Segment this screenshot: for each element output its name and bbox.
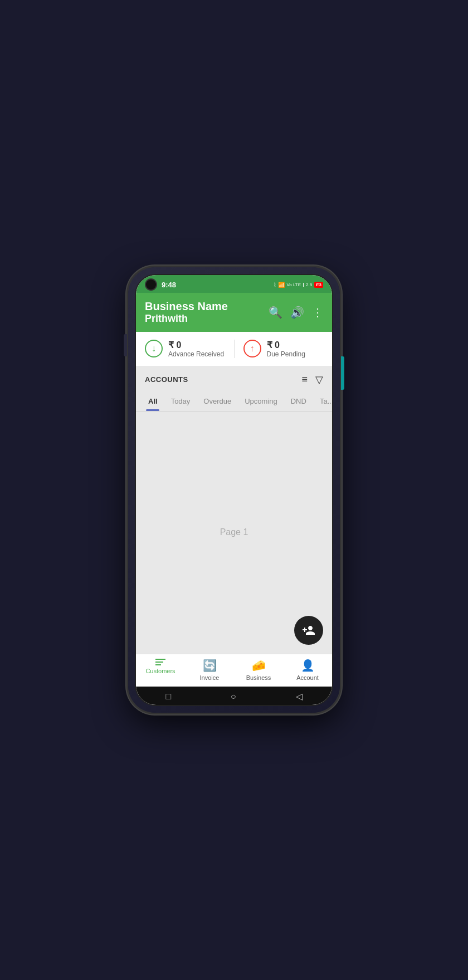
nav-business[interactable]: 🧀 Business (242, 659, 275, 681)
bottom-nav: Customers 🔄 Invoice 🧀 Business 👤 Account (136, 654, 332, 687)
due-amount: ₹ 0 (267, 340, 305, 350)
content-area: Page 1 (136, 411, 332, 654)
square-btn[interactable]: □ (165, 692, 171, 702)
camera (145, 278, 157, 291)
tab-all[interactable]: All (142, 391, 164, 411)
signal-icons: ⌇ 📶 Vo LTE Ⅰ 2.8 (274, 282, 312, 288)
due-up-icon: ↑ (243, 340, 261, 357)
nav-invoice[interactable]: 🔄 Invoice (193, 659, 226, 681)
tab-dnd[interactable]: DND (284, 391, 313, 411)
business-name: Business Name (145, 300, 228, 313)
status-left: 9:48 (145, 278, 176, 291)
circle-btn[interactable]: ○ (231, 692, 236, 702)
advance-amount: ₹ 0 (168, 340, 224, 350)
customers-icon (155, 659, 165, 665)
advance-label: Advance Received (168, 350, 224, 358)
phone-frame: 9:48 ⌇ 📶 Vo LTE Ⅰ 2.8 E3 Business Name P… (128, 267, 340, 713)
advance-received-card: ↓ ₹ 0 Advance Received (145, 340, 235, 358)
back-btn[interactable]: ◁ (296, 691, 303, 702)
header-title: Business Name Prithwith (145, 300, 228, 325)
advance-text: ₹ 0 Advance Received (168, 340, 224, 358)
status-right: ⌇ 📶 Vo LTE Ⅰ 2.8 E3 (274, 282, 323, 288)
activity-icon: ⌇ (274, 282, 276, 288)
nav-customers-label: Customers (145, 668, 175, 674)
due-label: Due Pending (267, 350, 305, 358)
sub-name: Prithwith (145, 313, 228, 325)
sort-icon[interactable]: ≡ (301, 374, 308, 385)
nav-account-label: Account (296, 674, 319, 681)
accounts-title: ACCOUNTS (145, 375, 188, 384)
advance-down-icon: ↓ (145, 340, 163, 357)
business-icon: 🧀 (252, 659, 266, 672)
header-actions: 🔍 🔊 ⋮ (269, 306, 323, 319)
status-bar: 9:48 ⌇ 📶 Vo LTE Ⅰ 2.8 E3 (136, 275, 332, 293)
tab-upcoming[interactable]: Upcoming (238, 391, 284, 411)
filter-icon[interactable]: ▽ (315, 374, 323, 386)
tab-ta[interactable]: Ta... (313, 391, 333, 411)
status-time: 9:48 (162, 281, 176, 289)
search-icon[interactable]: 🔍 (269, 306, 282, 319)
home-bar: □ ○ ◁ (136, 687, 332, 705)
speaker-icon[interactable]: 🔊 (290, 306, 304, 319)
more-options-icon[interactable]: ⋮ (312, 306, 323, 319)
tabs-row: All Today Overdue Upcoming DND Ta... (136, 391, 332, 411)
app-header: Business Name Prithwith 🔍 🔊 ⋮ (136, 293, 332, 332)
page-label: Page 1 (220, 527, 248, 537)
summary-section: ↓ ₹ 0 Advance Received ↑ ₹ 0 Due Pending (136, 332, 332, 366)
account-icon: 👤 (301, 659, 315, 672)
nav-account[interactable]: 👤 Account (291, 659, 324, 681)
wifi-icon: 📶 (278, 282, 285, 288)
nav-business-label: Business (246, 674, 271, 681)
lte-icon: Vo LTE (286, 282, 301, 287)
add-customer-fab[interactable] (294, 616, 323, 645)
nav-invoice-label: Invoice (200, 674, 220, 681)
tab-today[interactable]: Today (164, 391, 197, 411)
tab-overdue[interactable]: Overdue (197, 391, 238, 411)
accounts-header: ACCOUNTS ≡ ▽ (136, 366, 332, 391)
phone-screen: 9:48 ⌇ 📶 Vo LTE Ⅰ 2.8 E3 Business Name P… (135, 274, 333, 706)
nav-customers[interactable]: Customers (144, 659, 177, 681)
add-person-icon (302, 624, 315, 637)
signal-bars: Ⅰ (303, 282, 304, 288)
speed-icon: 2.8 (306, 282, 312, 287)
battery-icon: E3 (314, 282, 323, 288)
due-text: ₹ 0 Due Pending (267, 340, 305, 358)
accounts-section: ACCOUNTS ≡ ▽ All Today Overdue Upcomi (136, 366, 332, 654)
invoice-icon: 🔄 (203, 659, 217, 672)
accounts-actions: ≡ ▽ (301, 374, 323, 386)
due-pending-card: ↑ ₹ 0 Due Pending (235, 340, 324, 358)
